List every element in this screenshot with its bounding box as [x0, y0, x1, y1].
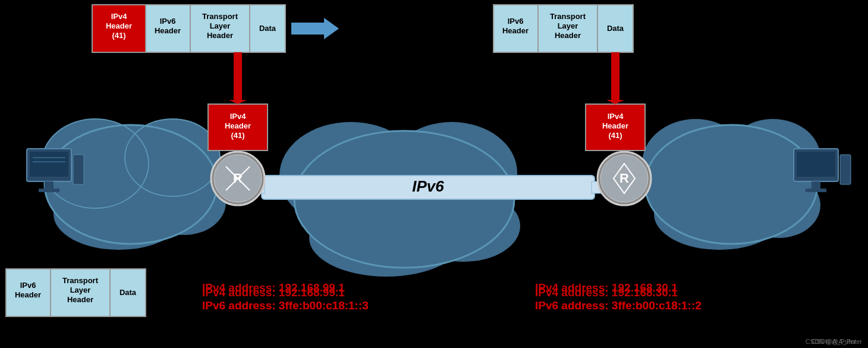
svg-text:Header: Header [602, 121, 628, 130]
svg-rect-63 [73, 155, 84, 184]
svg-text:(41): (41) [231, 131, 244, 140]
top-left-packet [92, 5, 285, 52]
watermark: CSDN @A_Puter [812, 338, 862, 345]
right-ipv4-address: IPv4 address: 192.168.30.1 [535, 286, 702, 299]
left-router [211, 152, 265, 205]
svg-rect-67 [797, 152, 835, 177]
right-router [597, 152, 651, 205]
right-address-block: IPv4 address: 192.168.30.1 IPv6 address:… [535, 286, 702, 312]
svg-text:IPv6: IPv6 [412, 177, 444, 195]
left-ipv4-address: IPv4 address: 192.168.99.1 [202, 286, 369, 299]
svg-rect-62 [39, 189, 59, 192]
svg-rect-70 [840, 155, 851, 184]
top-right-packet [493, 5, 633, 52]
svg-rect-68 [812, 181, 820, 189]
svg-text:Header: Header [225, 121, 251, 130]
svg-text:(41): (41) [608, 131, 622, 140]
left-ipv6-address: IPv6 address: 3ffe:b00:c18:1::3 [202, 299, 369, 312]
svg-point-42 [737, 173, 820, 238]
svg-text:IPv4: IPv4 [608, 112, 624, 121]
svg-rect-61 [45, 181, 54, 189]
svg-rect-60 [30, 152, 68, 177]
left-address-block: IPv4 address: 192.168.99.1 IPv6 address:… [202, 286, 369, 312]
svg-point-36 [407, 190, 520, 262]
right-ipv6-address: IPv6 address: 3ffe:b00:c18:1::2 [535, 299, 702, 312]
bottom-left-packet [6, 271, 146, 318]
svg-text:IPv4: IPv4 [230, 112, 247, 121]
svg-rect-69 [806, 189, 826, 192]
